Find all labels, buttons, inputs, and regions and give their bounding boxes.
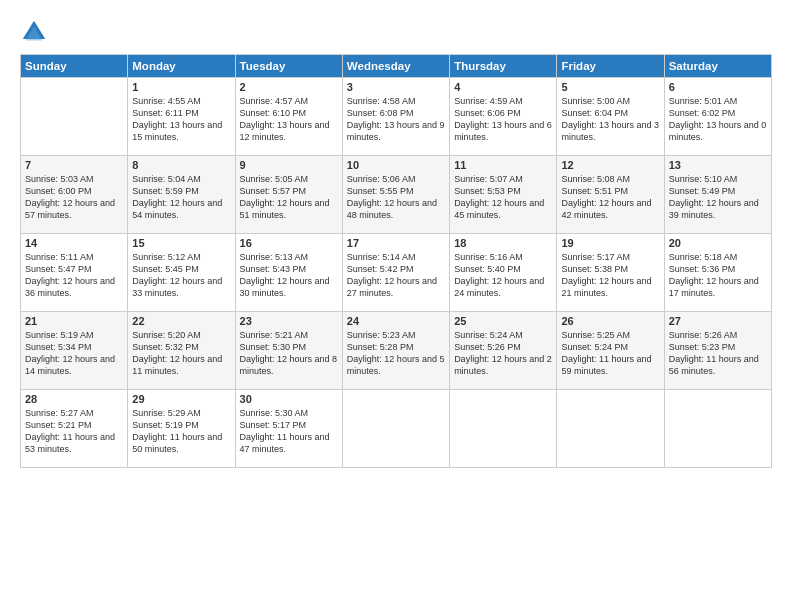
day-number: 29 bbox=[132, 393, 230, 405]
week-row: 14Sunrise: 5:11 AM Sunset: 5:47 PM Dayli… bbox=[21, 234, 772, 312]
day-number: 6 bbox=[669, 81, 767, 93]
header-day: Sunday bbox=[21, 55, 128, 78]
day-info: Sunrise: 5:03 AM Sunset: 6:00 PM Dayligh… bbox=[25, 173, 123, 222]
day-info: Sunrise: 5:23 AM Sunset: 5:28 PM Dayligh… bbox=[347, 329, 445, 378]
day-info: Sunrise: 5:06 AM Sunset: 5:55 PM Dayligh… bbox=[347, 173, 445, 222]
day-cell: 19Sunrise: 5:17 AM Sunset: 5:38 PM Dayli… bbox=[557, 234, 664, 312]
day-cell: 26Sunrise: 5:25 AM Sunset: 5:24 PM Dayli… bbox=[557, 312, 664, 390]
week-row: 7Sunrise: 5:03 AM Sunset: 6:00 PM Daylig… bbox=[21, 156, 772, 234]
page: SundayMondayTuesdayWednesdayThursdayFrid… bbox=[0, 0, 792, 612]
day-number: 5 bbox=[561, 81, 659, 93]
day-number: 13 bbox=[669, 159, 767, 171]
week-row: 1Sunrise: 4:55 AM Sunset: 6:11 PM Daylig… bbox=[21, 78, 772, 156]
day-info: Sunrise: 5:08 AM Sunset: 5:51 PM Dayligh… bbox=[561, 173, 659, 222]
header-row: SundayMondayTuesdayWednesdayThursdayFrid… bbox=[21, 55, 772, 78]
day-cell: 22Sunrise: 5:20 AM Sunset: 5:32 PM Dayli… bbox=[128, 312, 235, 390]
day-cell: 27Sunrise: 5:26 AM Sunset: 5:23 PM Dayli… bbox=[664, 312, 771, 390]
day-cell bbox=[557, 390, 664, 468]
day-cell: 21Sunrise: 5:19 AM Sunset: 5:34 PM Dayli… bbox=[21, 312, 128, 390]
day-info: Sunrise: 5:18 AM Sunset: 5:36 PM Dayligh… bbox=[669, 251, 767, 300]
day-info: Sunrise: 4:55 AM Sunset: 6:11 PM Dayligh… bbox=[132, 95, 230, 144]
day-info: Sunrise: 5:01 AM Sunset: 6:02 PM Dayligh… bbox=[669, 95, 767, 144]
day-cell bbox=[450, 390, 557, 468]
day-number: 19 bbox=[561, 237, 659, 249]
day-info: Sunrise: 4:57 AM Sunset: 6:10 PM Dayligh… bbox=[240, 95, 338, 144]
day-cell: 28Sunrise: 5:27 AM Sunset: 5:21 PM Dayli… bbox=[21, 390, 128, 468]
header-day: Monday bbox=[128, 55, 235, 78]
header-day: Tuesday bbox=[235, 55, 342, 78]
day-number: 16 bbox=[240, 237, 338, 249]
day-number: 30 bbox=[240, 393, 338, 405]
day-number: 9 bbox=[240, 159, 338, 171]
day-cell: 20Sunrise: 5:18 AM Sunset: 5:36 PM Dayli… bbox=[664, 234, 771, 312]
day-cell: 23Sunrise: 5:21 AM Sunset: 5:30 PM Dayli… bbox=[235, 312, 342, 390]
day-info: Sunrise: 5:29 AM Sunset: 5:19 PM Dayligh… bbox=[132, 407, 230, 456]
day-number: 25 bbox=[454, 315, 552, 327]
day-cell: 30Sunrise: 5:30 AM Sunset: 5:17 PM Dayli… bbox=[235, 390, 342, 468]
day-info: Sunrise: 5:04 AM Sunset: 5:59 PM Dayligh… bbox=[132, 173, 230, 222]
day-number: 4 bbox=[454, 81, 552, 93]
day-number: 27 bbox=[669, 315, 767, 327]
day-cell: 2Sunrise: 4:57 AM Sunset: 6:10 PM Daylig… bbox=[235, 78, 342, 156]
day-cell bbox=[21, 78, 128, 156]
calendar-table: SundayMondayTuesdayWednesdayThursdayFrid… bbox=[20, 54, 772, 468]
day-number: 3 bbox=[347, 81, 445, 93]
day-cell: 7Sunrise: 5:03 AM Sunset: 6:00 PM Daylig… bbox=[21, 156, 128, 234]
day-number: 18 bbox=[454, 237, 552, 249]
day-number: 10 bbox=[347, 159, 445, 171]
day-info: Sunrise: 5:30 AM Sunset: 5:17 PM Dayligh… bbox=[240, 407, 338, 456]
day-cell: 18Sunrise: 5:16 AM Sunset: 5:40 PM Dayli… bbox=[450, 234, 557, 312]
day-info: Sunrise: 4:59 AM Sunset: 6:06 PM Dayligh… bbox=[454, 95, 552, 144]
day-number: 23 bbox=[240, 315, 338, 327]
day-cell: 8Sunrise: 5:04 AM Sunset: 5:59 PM Daylig… bbox=[128, 156, 235, 234]
day-cell: 12Sunrise: 5:08 AM Sunset: 5:51 PM Dayli… bbox=[557, 156, 664, 234]
day-number: 12 bbox=[561, 159, 659, 171]
day-info: Sunrise: 5:21 AM Sunset: 5:30 PM Dayligh… bbox=[240, 329, 338, 378]
header-day: Saturday bbox=[664, 55, 771, 78]
day-cell: 4Sunrise: 4:59 AM Sunset: 6:06 PM Daylig… bbox=[450, 78, 557, 156]
day-number: 11 bbox=[454, 159, 552, 171]
day-cell: 29Sunrise: 5:29 AM Sunset: 5:19 PM Dayli… bbox=[128, 390, 235, 468]
day-cell: 5Sunrise: 5:00 AM Sunset: 6:04 PM Daylig… bbox=[557, 78, 664, 156]
day-number: 24 bbox=[347, 315, 445, 327]
day-number: 8 bbox=[132, 159, 230, 171]
day-info: Sunrise: 5:16 AM Sunset: 5:40 PM Dayligh… bbox=[454, 251, 552, 300]
day-info: Sunrise: 5:00 AM Sunset: 6:04 PM Dayligh… bbox=[561, 95, 659, 144]
day-cell: 1Sunrise: 4:55 AM Sunset: 6:11 PM Daylig… bbox=[128, 78, 235, 156]
day-number: 17 bbox=[347, 237, 445, 249]
week-row: 21Sunrise: 5:19 AM Sunset: 5:34 PM Dayli… bbox=[21, 312, 772, 390]
day-cell: 3Sunrise: 4:58 AM Sunset: 6:08 PM Daylig… bbox=[342, 78, 449, 156]
header-day: Friday bbox=[557, 55, 664, 78]
day-cell: 24Sunrise: 5:23 AM Sunset: 5:28 PM Dayli… bbox=[342, 312, 449, 390]
logo-icon bbox=[20, 18, 48, 46]
day-info: Sunrise: 5:26 AM Sunset: 5:23 PM Dayligh… bbox=[669, 329, 767, 378]
day-cell bbox=[664, 390, 771, 468]
day-cell: 11Sunrise: 5:07 AM Sunset: 5:53 PM Dayli… bbox=[450, 156, 557, 234]
day-info: Sunrise: 5:25 AM Sunset: 5:24 PM Dayligh… bbox=[561, 329, 659, 378]
day-info: Sunrise: 5:12 AM Sunset: 5:45 PM Dayligh… bbox=[132, 251, 230, 300]
day-info: Sunrise: 5:13 AM Sunset: 5:43 PM Dayligh… bbox=[240, 251, 338, 300]
day-info: Sunrise: 5:20 AM Sunset: 5:32 PM Dayligh… bbox=[132, 329, 230, 378]
day-info: Sunrise: 5:27 AM Sunset: 5:21 PM Dayligh… bbox=[25, 407, 123, 456]
day-number: 26 bbox=[561, 315, 659, 327]
day-info: Sunrise: 5:10 AM Sunset: 5:49 PM Dayligh… bbox=[669, 173, 767, 222]
day-number: 20 bbox=[669, 237, 767, 249]
day-cell: 13Sunrise: 5:10 AM Sunset: 5:49 PM Dayli… bbox=[664, 156, 771, 234]
day-cell: 9Sunrise: 5:05 AM Sunset: 5:57 PM Daylig… bbox=[235, 156, 342, 234]
day-cell: 17Sunrise: 5:14 AM Sunset: 5:42 PM Dayli… bbox=[342, 234, 449, 312]
day-info: Sunrise: 5:17 AM Sunset: 5:38 PM Dayligh… bbox=[561, 251, 659, 300]
header-day: Thursday bbox=[450, 55, 557, 78]
day-cell: 16Sunrise: 5:13 AM Sunset: 5:43 PM Dayli… bbox=[235, 234, 342, 312]
day-cell: 6Sunrise: 5:01 AM Sunset: 6:02 PM Daylig… bbox=[664, 78, 771, 156]
day-number: 28 bbox=[25, 393, 123, 405]
day-number: 14 bbox=[25, 237, 123, 249]
day-info: Sunrise: 5:05 AM Sunset: 5:57 PM Dayligh… bbox=[240, 173, 338, 222]
day-cell: 15Sunrise: 5:12 AM Sunset: 5:45 PM Dayli… bbox=[128, 234, 235, 312]
header-day: Wednesday bbox=[342, 55, 449, 78]
week-row: 28Sunrise: 5:27 AM Sunset: 5:21 PM Dayli… bbox=[21, 390, 772, 468]
day-info: Sunrise: 4:58 AM Sunset: 6:08 PM Dayligh… bbox=[347, 95, 445, 144]
day-cell bbox=[342, 390, 449, 468]
day-info: Sunrise: 5:24 AM Sunset: 5:26 PM Dayligh… bbox=[454, 329, 552, 378]
day-cell: 25Sunrise: 5:24 AM Sunset: 5:26 PM Dayli… bbox=[450, 312, 557, 390]
day-number: 1 bbox=[132, 81, 230, 93]
